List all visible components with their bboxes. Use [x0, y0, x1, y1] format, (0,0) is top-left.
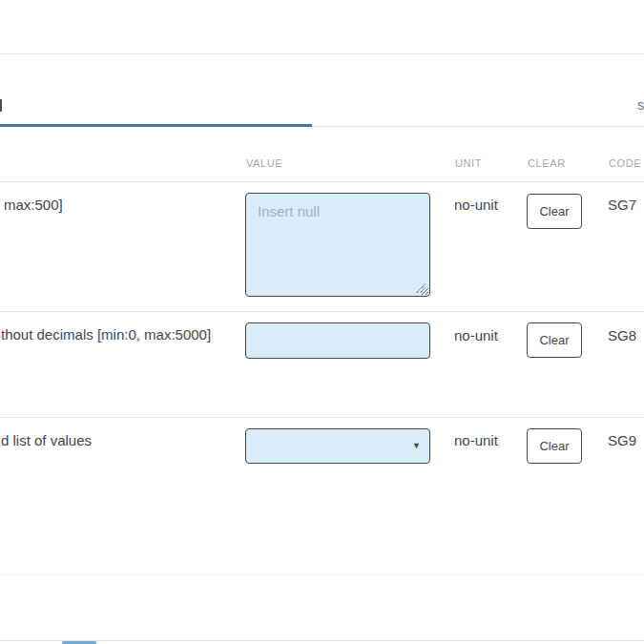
unit-value: no-unit — [454, 327, 498, 343]
code-value: SG8 — [608, 327, 636, 343]
row-label-truncated: thout decimals [min:0, max:5000] — [1, 326, 211, 343]
unit-value: no-unit — [454, 432, 498, 448]
chevron-down-icon: ▼ — [412, 442, 421, 450]
value-input[interactable] — [245, 322, 430, 359]
page: s VALUE UNIT CLEAR CODE max:500] no-unit… — [0, 0, 644, 644]
code-value: SG7 — [608, 197, 636, 213]
column-header-value: VALUE — [246, 157, 282, 169]
clear-button[interactable]: Clear — [527, 428, 582, 464]
bottom-divider — [0, 640, 644, 641]
column-header-unit: UNIT — [455, 157, 482, 169]
value-select[interactable]: ▼ — [245, 428, 430, 464]
code-value: SG9 — [608, 432, 636, 448]
column-header-clear: CLEAR — [528, 157, 566, 169]
header-divider — [0, 181, 644, 182]
top-divider — [0, 53, 644, 54]
unit-value: no-unit — [454, 197, 498, 213]
row-label-truncated: max:500] — [4, 197, 63, 213]
clear-button[interactable]: Clear — [527, 322, 582, 358]
row-label-truncated: d list of values — [1, 432, 92, 448]
section-divider — [0, 574, 644, 575]
truncated-link-text[interactable]: s — [637, 97, 644, 113]
active-tab-label-fragment[interactable] — [0, 99, 2, 112]
column-header-code: CODE — [609, 157, 641, 169]
value-textarea[interactable] — [245, 193, 430, 297]
active-tab-underline — [0, 124, 312, 127]
clear-button[interactable]: Clear — [527, 194, 582, 229]
row-divider — [0, 417, 644, 418]
row-divider — [0, 311, 644, 312]
